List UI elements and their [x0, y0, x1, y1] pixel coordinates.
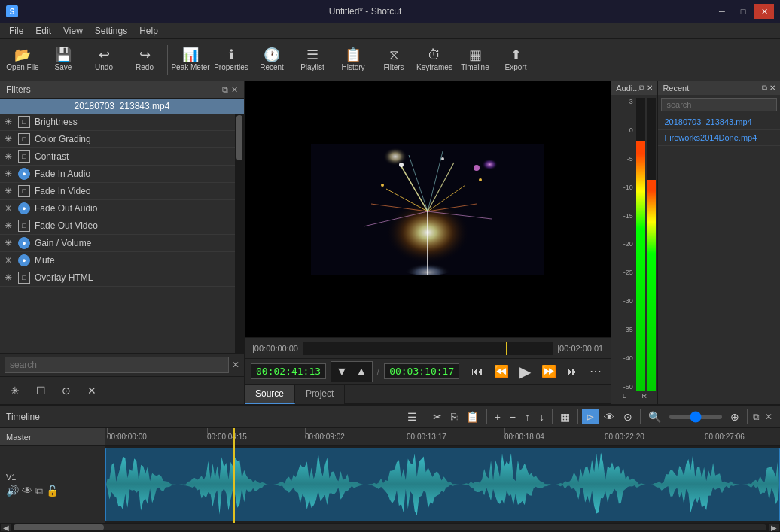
- filter-item-gain-volume[interactable]: ✳ ● Gain / Volume: [0, 235, 235, 252]
- tl-zoom-slider[interactable]: [669, 415, 722, 419]
- tl-cut-button[interactable]: ✂: [429, 409, 446, 424]
- tl-remove-button[interactable]: −: [506, 409, 519, 424]
- filter-item-fade-out-video[interactable]: ✳ □ Fade Out Video: [0, 217, 235, 235]
- tab-source[interactable]: Source: [245, 385, 295, 404]
- filters-float-button[interactable]: ⧉: [222, 85, 228, 95]
- filter-add-button[interactable]: ✳: [5, 380, 26, 401]
- filter-item-fade-in-video[interactable]: ✳ □ Fade In Video: [0, 183, 235, 200]
- redo-icon: ↪: [139, 48, 151, 62]
- play-button[interactable]: ▶: [516, 361, 534, 382]
- recent-header: Recent ⧉ ✕: [658, 81, 780, 95]
- filter-star-mute: ✳: [5, 255, 15, 266]
- fast-forward-button[interactable]: ⏩: [538, 363, 559, 380]
- filter-item-mute[interactable]: ✳ ● Mute: [0, 252, 235, 269]
- recent-float-button[interactable]: ⧉: [762, 84, 767, 93]
- keyframes-button[interactable]: ⏱ Keyframes: [415, 41, 454, 79]
- playlist-button[interactable]: ☰ Playlist: [293, 41, 332, 79]
- filter-item-brightness[interactable]: ✳ □ Brightness: [0, 114, 235, 131]
- audio-float-button[interactable]: ⧉: [639, 84, 644, 93]
- filter-star-contrast: ✳: [5, 151, 15, 162]
- tl-paste-button[interactable]: 📋: [462, 409, 483, 424]
- playlist-label: Playlist: [300, 63, 324, 71]
- tl-ripple-button[interactable]: 👁: [600, 409, 618, 424]
- tl-snap-button[interactable]: ⊳: [582, 409, 599, 424]
- tl-menu-button[interactable]: ☰: [404, 409, 421, 424]
- more-button[interactable]: ⋯: [587, 363, 605, 380]
- v1-label-text: V1: [6, 473, 99, 482]
- tl-ripple-all-button[interactable]: ⊙: [620, 409, 636, 424]
- tl-scroll-left[interactable]: ◀: [0, 523, 12, 532]
- recent-search-input[interactable]: [661, 98, 777, 111]
- save-icon: 💾: [55, 48, 72, 62]
- menu-view[interactable]: View: [57, 24, 89, 38]
- filters-button[interactable]: ⧖ Filters: [374, 41, 413, 79]
- save-button[interactable]: 💾 Save: [44, 41, 83, 79]
- playlist-icon: ☰: [306, 48, 318, 62]
- skip-to-start-button[interactable]: ⏮: [468, 363, 486, 380]
- recent-button[interactable]: 🕐 Recent: [252, 41, 291, 79]
- tl-scroll-track[interactable]: [14, 524, 766, 530]
- filter-video-button[interactable]: ☐: [30, 380, 51, 401]
- tl-zoom-in-button[interactable]: ⊕: [727, 409, 743, 424]
- tl-add-button[interactable]: +: [491, 409, 504, 424]
- v1-audio-button[interactable]: 🔊: [6, 485, 19, 497]
- recent-item-1[interactable]: 20180703_213843.mp4: [658, 114, 780, 130]
- undo-button[interactable]: ↩ Undo: [84, 41, 123, 79]
- audio-close-button[interactable]: ✕: [647, 84, 653, 93]
- spinbox-down-button[interactable]: ▼: [333, 363, 351, 380]
- redo-button[interactable]: ↪ Redo: [125, 41, 164, 79]
- tl-split-button[interactable]: ▦: [556, 409, 574, 424]
- v1-track[interactable]: [105, 446, 780, 523]
- spinbox-up-button[interactable]: ▲: [352, 363, 370, 380]
- tl-scroll-thumb[interactable]: [14, 524, 104, 530]
- timeline-float-button[interactable]: ⧉: [751, 410, 761, 424]
- filter-icon-fade-out-audio: ●: [18, 202, 30, 214]
- tl-overwrite-button[interactable]: ↓: [535, 409, 548, 424]
- skip-to-end-button[interactable]: ⏭: [564, 363, 582, 380]
- minimize-button[interactable]: ─: [712, 4, 732, 19]
- rewind-button[interactable]: ⏪: [491, 363, 512, 380]
- maximize-button[interactable]: □: [733, 4, 753, 19]
- menu-file[interactable]: File: [3, 24, 29, 38]
- filters-search-input[interactable]: [5, 357, 229, 373]
- menu-help[interactable]: Help: [133, 24, 164, 38]
- filter-audio-button[interactable]: ⊙: [56, 380, 77, 401]
- svg-point-13: [450, 155, 503, 193]
- v1-clip[interactable]: [105, 448, 780, 521]
- preview-ruler[interactable]: [303, 342, 553, 355]
- filters-close-button[interactable]: ✕: [231, 85, 238, 95]
- close-button[interactable]: ✕: [754, 4, 774, 19]
- source-project-tabs: Source Project: [245, 384, 611, 404]
- filter-item-fade-in-audio[interactable]: ✳ ● Fade In Audio: [0, 166, 235, 183]
- peak-meter-button[interactable]: 📊 Peak Meter: [171, 41, 210, 79]
- tl-lift-button[interactable]: ↑: [521, 409, 534, 424]
- filters-search-clear[interactable]: ✕: [232, 360, 239, 370]
- recent-item-2[interactable]: Fireworks2014Done.mp4: [658, 130, 780, 146]
- audio-panel: Audi... ⧉ ✕ 3 0 -5 -10 -15 -20 -25 -30 -…: [611, 81, 657, 404]
- filter-item-overlay-html[interactable]: ✳ □ Overlay HTML: [0, 269, 235, 287]
- filter-item-fade-out-audio[interactable]: ✳ ● Fade Out Audio: [0, 200, 235, 217]
- toolbar-separator: [167, 45, 168, 75]
- history-button[interactable]: 📋 History: [334, 41, 373, 79]
- v1-eye-button[interactable]: 👁: [22, 485, 32, 497]
- filter-remove-button[interactable]: ✕: [81, 380, 102, 401]
- properties-button[interactable]: ℹ Properties: [212, 41, 251, 79]
- timeline-close-button[interactable]: ✕: [763, 410, 774, 424]
- tl-copy-button[interactable]: ⎘: [447, 409, 461, 424]
- filter-item-contrast[interactable]: ✳ □ Contrast: [0, 148, 235, 166]
- tl-zoom-out-button[interactable]: 🔍: [644, 409, 665, 424]
- filter-icon-overlay-html: □: [18, 272, 30, 284]
- tab-project[interactable]: Project: [295, 385, 345, 404]
- timeline-button[interactable]: ▦ Timeline: [456, 41, 495, 79]
- filter-scrollbar[interactable]: [235, 114, 244, 353]
- open-file-button[interactable]: 📂 Open File: [3, 41, 42, 79]
- filter-item-color-grading[interactable]: ✳ □ Color Grading: [0, 131, 235, 148]
- position-display[interactable]: 00:02:41:13: [251, 363, 326, 379]
- tl-scroll-right[interactable]: ▶: [768, 523, 780, 532]
- v1-composite-button[interactable]: ⧉: [35, 485, 43, 497]
- v1-lock-button[interactable]: 🔓: [46, 485, 59, 497]
- export-button[interactable]: ⬆ Export: [496, 41, 535, 79]
- menu-edit[interactable]: Edit: [29, 24, 57, 38]
- menu-settings[interactable]: Settings: [89, 24, 133, 38]
- recent-close-button[interactable]: ✕: [769, 84, 775, 93]
